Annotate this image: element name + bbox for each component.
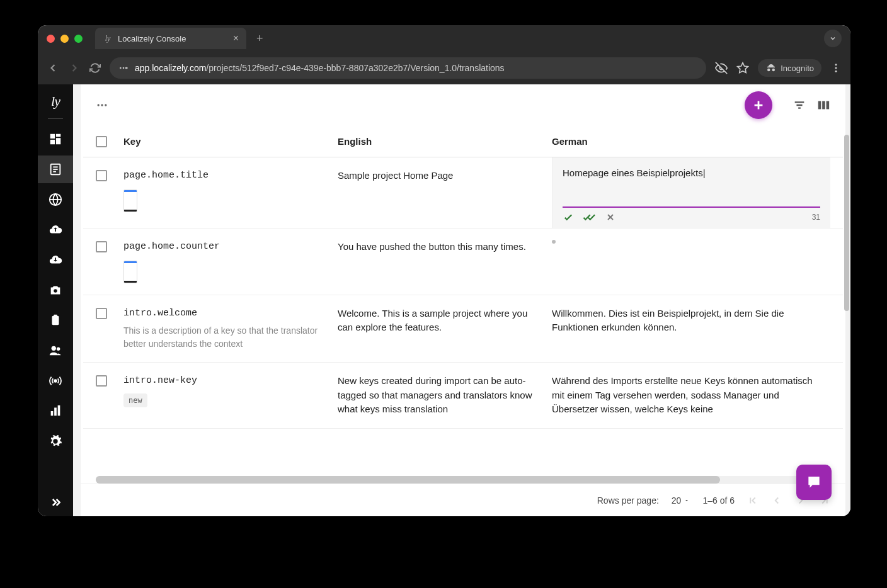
translation-de[interactable] [552, 240, 830, 283]
incognito-label: Incognito [781, 64, 814, 73]
sidebar-item-upload[interactable] [38, 216, 73, 244]
sidebar-item-translations[interactable] [38, 155, 73, 183]
key-name[interactable]: page.home.title [123, 169, 338, 183]
dropdown-icon [684, 497, 690, 504]
svg-rect-9 [56, 138, 60, 144]
new-tab-button[interactable]: + [253, 32, 267, 45]
column-header-english[interactable]: English [338, 136, 552, 147]
svg-rect-36 [827, 101, 830, 110]
address-bar: app.localizely.com/projects/512f9ed7-c94… [38, 52, 850, 84]
incognito-badge[interactable]: Incognito [758, 59, 821, 77]
svg-point-0 [120, 67, 122, 69]
sidebar-item-download[interactable] [38, 246, 73, 274]
column-header-german[interactable]: German [552, 136, 830, 147]
sidebar-item-languages[interactable] [38, 186, 73, 213]
sidebar-item-statistics[interactable] [38, 397, 73, 425]
row-checkbox[interactable] [96, 308, 107, 319]
translation-en[interactable]: Sample project Home Page [338, 169, 552, 217]
chat-support-button[interactable] [796, 465, 832, 500]
row-checkbox[interactable] [96, 241, 107, 252]
prev-page-button[interactable] [771, 495, 782, 506]
svg-rect-23 [51, 411, 54, 416]
key-name[interactable]: intro.new-key [123, 374, 338, 388]
tab-overflow-button[interactable] [824, 30, 842, 47]
svg-marker-3 [738, 63, 748, 73]
sidebar-item-settings[interactable] [38, 427, 73, 455]
svg-rect-24 [54, 408, 57, 416]
tab-close-icon[interactable]: × [233, 33, 239, 44]
svg-point-22 [54, 380, 57, 382]
maximize-window-button[interactable] [74, 35, 83, 43]
key-tag[interactable]: new [123, 393, 147, 407]
sidebar-item-screenshots[interactable] [38, 276, 73, 304]
translation-de[interactable]: Während des Imports erstellte neue Keys … [552, 374, 830, 417]
svg-rect-2 [125, 67, 128, 69]
svg-rect-8 [56, 134, 60, 137]
browser-window: ly Localizely Console × + app.localizely… [38, 25, 850, 516]
svg-point-21 [57, 348, 60, 351]
add-key-button[interactable] [745, 91, 772, 119]
back-button[interactable] [47, 62, 59, 74]
horizontal-scrollbar[interactable] [96, 476, 830, 483]
toolbar [81, 84, 845, 126]
columns-button[interactable] [816, 98, 830, 112]
more-actions-button[interactable] [96, 99, 108, 111]
url-input[interactable]: app.localizely.com/projects/512f9ed7-c94… [110, 57, 706, 79]
table-row: page.home.counter You have pushed the bu… [83, 229, 843, 295]
browser-menu-icon[interactable] [830, 62, 842, 74]
svg-point-20 [52, 346, 56, 351]
translations-table: Key English German page.home.title Sampl [81, 126, 845, 483]
char-count: 31 [812, 212, 820, 223]
table-row: page.home.title Sample project Home Page… [83, 157, 843, 229]
forward-button[interactable] [68, 62, 81, 74]
select-all-checkbox[interactable] [96, 136, 107, 147]
first-page-button[interactable] [747, 495, 758, 506]
eye-off-icon[interactable] [715, 62, 728, 74]
bookmark-star-icon[interactable] [736, 62, 749, 74]
save-button[interactable] [563, 212, 574, 223]
logo[interactable]: ly [51, 93, 60, 110]
svg-point-4 [835, 64, 837, 65]
svg-point-5 [835, 67, 837, 69]
screenshot-thumbnail[interactable] [123, 189, 137, 212]
translation-de-input[interactable]: Homepage eines Beispielprojekts [563, 166, 820, 204]
translation-editor[interactable]: Homepage eines Beispielprojekts 31 [552, 157, 830, 228]
row-checkbox[interactable] [96, 170, 107, 181]
screenshot-thumbnail[interactable] [123, 261, 137, 283]
sidebar-item-ota[interactable] [38, 367, 73, 395]
tab-title: Localizely Console [118, 34, 186, 43]
reload-button[interactable] [89, 62, 101, 74]
minimize-window-button[interactable] [60, 35, 69, 43]
sidebar-item-contributors[interactable] [38, 337, 73, 365]
translation-en[interactable]: You have pushed the button this many tim… [338, 240, 552, 283]
translation-de[interactable]: Willkommen. Dies ist ein Beispielprojekt… [552, 307, 830, 351]
sidebar-expand-button[interactable] [38, 489, 73, 516]
site-info-icon[interactable] [118, 63, 129, 73]
row-checkbox[interactable] [96, 375, 107, 387]
sidebar-item-tasks[interactable] [38, 307, 73, 334]
svg-point-26 [98, 104, 100, 106]
sidebar-divider [48, 118, 63, 119]
svg-point-17 [54, 289, 57, 293]
key-name[interactable]: intro.welcome [123, 307, 338, 321]
save-approve-button[interactable] [583, 212, 597, 223]
main-content: Key English German page.home.title Sampl [73, 84, 850, 516]
address-bar-actions: Incognito [715, 59, 842, 77]
tab-favicon-icon: ly [103, 33, 113, 43]
column-header-key[interactable]: Key [123, 136, 338, 147]
translation-en[interactable]: New keys created during import can be au… [338, 374, 552, 417]
filter-button[interactable] [793, 98, 806, 112]
key-name[interactable]: page.home.counter [123, 240, 338, 254]
translation-en[interactable]: Welcome. This is a sample project where … [338, 307, 552, 351]
cancel-button[interactable] [605, 212, 615, 222]
svg-point-27 [101, 104, 103, 106]
browser-tab[interactable]: ly Localizely Console × [95, 28, 246, 49]
table-row: intro.welcome This is a description of a… [83, 295, 843, 363]
vertical-scrollbar[interactable] [844, 84, 849, 514]
empty-indicator-icon [552, 240, 556, 244]
pagination: Rows per page: 20 1–6 of 6 [81, 483, 845, 516]
close-window-button[interactable] [47, 35, 55, 43]
svg-rect-34 [818, 101, 821, 110]
sidebar-item-dashboard[interactable] [38, 125, 73, 153]
rows-per-page-select[interactable]: 20 [672, 495, 690, 506]
